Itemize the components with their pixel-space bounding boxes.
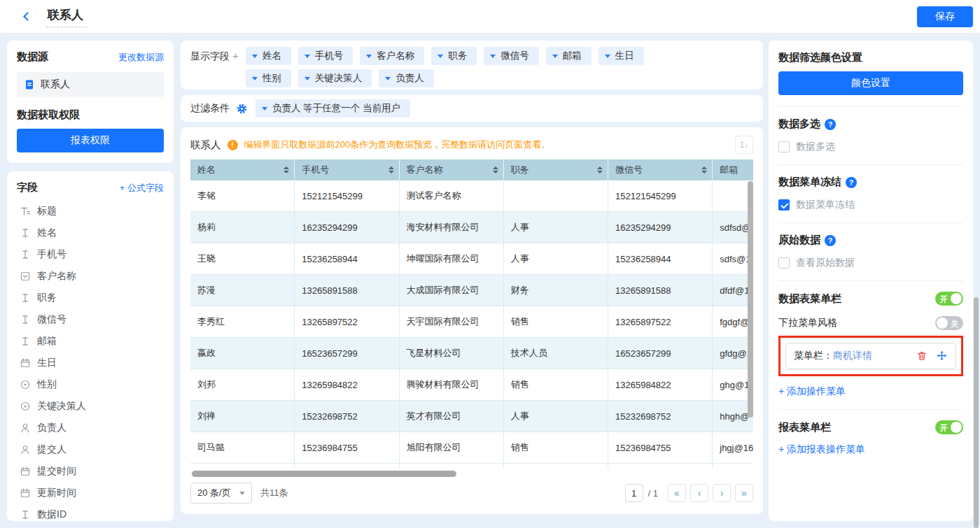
table-row[interactable]: 刘邦13265984822腾骏材料有限公司销售13265984822ghg@16 <box>190 369 753 401</box>
move-icon[interactable] <box>937 350 948 362</box>
menubar-item[interactable]: 菜单栏： 商机详情 <box>785 343 956 369</box>
datasource-item[interactable]: 联系人 <box>17 72 164 97</box>
table-cell <box>190 464 295 469</box>
report-menubar-title: 报表菜单栏 <box>778 421 831 434</box>
page-vertical-scrollbar[interactable] <box>974 297 979 528</box>
save-button[interactable]: 保存 <box>917 6 973 27</box>
back-button[interactable] <box>21 10 34 23</box>
chevron-down-icon <box>605 55 610 58</box>
add-report-action-menu-link[interactable]: + 添加报表操作菜单 <box>778 443 963 456</box>
next-page-button[interactable]: › <box>713 484 731 502</box>
field-item[interactable]: 邮箱 <box>17 330 164 352</box>
color-settings-button[interactable]: 颜色设置 <box>778 71 963 95</box>
sort-icon[interactable] <box>597 166 603 173</box>
table-menubar-toggle[interactable]: 开 <box>935 292 963 306</box>
sort-icon[interactable] <box>493 166 498 173</box>
table-cell: 李秀红 <box>190 306 295 337</box>
display-field-chip[interactable]: 邮箱 <box>546 47 592 65</box>
display-field-chip[interactable]: 关键决策人 <box>298 69 372 87</box>
display-field-chip[interactable]: 姓名 <box>246 47 291 65</box>
column-header[interactable]: 客户名称 <box>400 159 504 180</box>
change-datasource-link[interactable]: 更改数据源 <box>118 51 164 64</box>
column-header[interactable]: 手机号 <box>295 159 399 180</box>
last-page-button[interactable]: » <box>735 484 753 502</box>
field-item[interactable]: 性别 <box>17 373 164 395</box>
table-row[interactable]: 嬴政16523657299飞星材料公司技术人员16523657299gfdg@1 <box>190 338 753 369</box>
column-header[interactable]: 姓名 <box>190 159 295 180</box>
raw-data-checkbox-row[interactable]: 查看原始数据 <box>778 257 963 269</box>
display-field-chip[interactable]: 性别 <box>246 69 291 87</box>
table-row[interactable]: 苏漫13265891588大成国际有限公司财务13265891588dfdf@1 <box>190 275 753 306</box>
column-header[interactable]: 邮箱 <box>713 159 753 180</box>
table-row[interactable]: 刘禅15232698752英才有限公司人事15232698752hhgh@ <box>190 401 753 432</box>
add-formula-field-link[interactable]: + 公式字段 <box>120 182 164 194</box>
filter-label: 过滤条件 <box>190 102 230 115</box>
sort-icon[interactable] <box>284 166 289 173</box>
menu-freeze-checkbox-row[interactable]: 数据菜单冻结 <box>778 199 963 211</box>
delete-icon[interactable] <box>916 350 927 362</box>
table-row[interactable]: 司马懿15236984755旭阳有限公司销售15236984755jhgj@16 <box>190 432 753 464</box>
display-field-chip[interactable]: 负责人 <box>379 69 434 87</box>
help-icon[interactable] <box>825 119 836 130</box>
raw-data-checkbox[interactable] <box>778 257 790 269</box>
page-size-select[interactable]: 20 条/页 <box>190 483 252 504</box>
report-permission-button[interactable]: 报表权限 <box>17 129 164 152</box>
field-item[interactable]: 关键决策人 <box>17 395 164 417</box>
table-cell: 13265897522 <box>608 306 713 337</box>
display-field-chip[interactable]: 客户名称 <box>360 47 424 65</box>
field-item-label: 提交时间 <box>37 465 76 478</box>
multi-select-checkbox[interactable] <box>778 141 790 152</box>
table-row[interactable]: 杨莉16235294299海安材料有限公司人事16235294299sdfsd@ <box>190 212 753 243</box>
table-cell: 天宇国际有限公司 <box>400 306 504 337</box>
table-cell: 13265984822 <box>295 369 399 400</box>
field-item[interactable]: 负责人 <box>17 417 164 438</box>
table-vertical-scrollbar[interactable] <box>748 181 753 418</box>
field-item[interactable]: 提交人 <box>17 438 164 460</box>
column-header[interactable]: 微信号 <box>608 159 713 180</box>
field-item[interactable]: 手机号 <box>17 243 164 265</box>
field-item-label: 提交人 <box>37 443 66 456</box>
field-item[interactable]: 提交时间 <box>17 460 164 482</box>
sort-icon[interactable] <box>701 166 707 173</box>
display-field-chip[interactable]: 生日 <box>598 47 644 65</box>
first-page-button[interactable]: « <box>668 484 686 502</box>
custom-sort-button[interactable]: 1↓ <box>735 136 753 154</box>
filter-card: 过滤条件 负责人 等于任意一个 当前用户 <box>181 95 763 122</box>
table-row[interactable]: 李铭152121545299测试客户名称152121545299 <box>190 180 753 212</box>
report-menubar-toggle[interactable]: 开 <box>935 420 963 434</box>
chevron-down-icon <box>490 55 496 58</box>
field-item[interactable]: 职务 <box>17 287 164 308</box>
table-row[interactable]: 李秀红13265897522天宇国际有限公司销售13265897522fgdgf… <box>190 306 753 338</box>
display-field-chip[interactable]: 手机号 <box>298 47 354 65</box>
chevron-down-icon <box>552 55 558 58</box>
table-horizontal-scrollbar[interactable] <box>192 471 456 477</box>
help-icon[interactable] <box>846 177 857 188</box>
table-row[interactable]: 王晓15236258944坤曜国际有限公司人事15236258944sdfs@1 <box>190 243 753 275</box>
display-field-chip[interactable]: 职务 <box>431 47 477 65</box>
add-display-field-icon[interactable]: + <box>232 50 239 62</box>
toggle-knob <box>951 293 962 304</box>
field-item[interactable]: 姓名 <box>17 222 164 243</box>
prev-page-button[interactable]: ‹ <box>690 484 708 502</box>
field-item[interactable]: 标题 <box>17 200 164 222</box>
display-field-chip[interactable]: 微信号 <box>484 47 539 65</box>
dropdown-style-toggle[interactable]: 关 <box>935 316 963 330</box>
field-item[interactable]: 生日 <box>17 352 164 373</box>
field-item[interactable]: 客户名称 <box>17 265 164 287</box>
multi-select-checkbox-row[interactable]: 数据多选 <box>778 141 963 153</box>
table-cell <box>504 464 608 469</box>
current-page-input[interactable]: 1 <box>625 484 643 502</box>
add-action-menu-link[interactable]: + 添加操作菜单 <box>778 385 963 398</box>
chip-label: 负责人 <box>396 72 424 85</box>
select-icon <box>20 271 31 282</box>
column-header[interactable]: 职务 <box>504 159 608 180</box>
chip-label: 姓名 <box>262 50 281 62</box>
field-item[interactable]: 数据ID <box>17 504 164 521</box>
help-icon[interactable] <box>825 235 836 246</box>
filter-condition-chip[interactable]: 负责人 等于任意一个 当前用户 <box>255 99 410 117</box>
field-item[interactable]: 微信号 <box>17 308 164 330</box>
sort-icon[interactable] <box>388 166 394 173</box>
gear-icon[interactable] <box>237 104 247 114</box>
menu-freeze-checkbox[interactable] <box>778 199 790 211</box>
field-item[interactable]: 更新时间 <box>17 482 164 504</box>
